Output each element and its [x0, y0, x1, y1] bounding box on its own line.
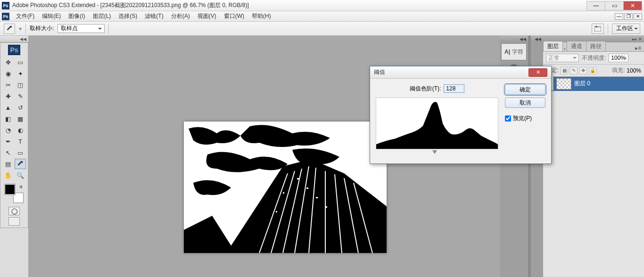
menu-layer[interactable]: 图层(L) [89, 11, 115, 21]
fill-field[interactable]: 100% [627, 67, 641, 74]
swap-colors-icon[interactable]: ⤭ [19, 184, 23, 189]
window-titlebar: Ps Adobe Photoshop CS3 Extended - [2345截… [0, 0, 644, 11]
bridge-icon[interactable] [592, 24, 604, 34]
menu-file[interactable]: 文件(F) [12, 11, 38, 21]
sample-size-dropdown[interactable]: 取样点 [58, 24, 105, 33]
dodge-tool[interactable]: ◐ [15, 125, 26, 135]
opacity-field[interactable]: 100% [609, 54, 628, 62]
ok-button[interactable]: 确定 [505, 84, 545, 95]
cancel-button[interactable]: 取消 [505, 98, 545, 108]
app-name: Adobe Photoshop CS3 Extended [12, 2, 95, 8]
svg-rect-13 [306, 187, 308, 189]
ps-logo: Ps [8, 45, 20, 55]
lock-brush-icon[interactable]: ✎ [570, 67, 578, 74]
blend-mode-dropdown[interactable]: 正常 [546, 54, 579, 62]
dock-collapse-2[interactable]: ◀◀ [531, 36, 543, 42]
threshold-slider[interactable] [376, 150, 498, 158]
slice-tool[interactable]: ◫ [15, 80, 26, 90]
stamp-tool[interactable]: ▲ [2, 102, 14, 113]
gradient-tool[interactable]: ▦ [15, 114, 26, 124]
panel-menu-icon[interactable]: ▸≡ [632, 45, 644, 51]
foreground-color[interactable] [5, 184, 15, 195]
menu-select[interactable]: 选择(S) [115, 11, 141, 21]
options-bar: ▾ 取样大小: 取样点 工作区 [0, 22, 644, 36]
doc-minimize-button[interactable]: ― [615, 13, 623, 20]
blur-tool[interactable]: ◔ [2, 125, 14, 135]
lasso-tool[interactable]: ◉ [2, 68, 14, 79]
preview-checkbox[interactable] [505, 115, 511, 122]
brush-tool[interactable]: ✎ [15, 91, 26, 101]
minimize-button[interactable]: ― [586, 1, 605, 10]
layer-row[interactable]: 👁 图层 0 [543, 77, 644, 91]
dock-character[interactable]: A|字符 [501, 43, 527, 60]
svg-rect-14 [316, 197, 318, 198]
histogram [376, 98, 498, 149]
svg-rect-16 [283, 192, 284, 194]
menu-window[interactable]: 窗口(W) [220, 11, 248, 21]
doc-restore-button[interactable]: ❐ [624, 13, 633, 20]
svg-rect-17 [276, 211, 277, 212]
svg-rect-0 [594, 27, 601, 32]
dock-collapse[interactable]: ◀◀ [500, 36, 528, 42]
pen-tool[interactable]: ✒ [2, 136, 14, 147]
menu-bar: Ps 文件(F) 编辑(E) 图像(I) 图层(L) 选择(S) 滤镜(T) 分… [0, 11, 644, 22]
shape-tool[interactable]: ▭ [15, 147, 26, 158]
app-icon: Ps [2, 2, 9, 9]
document-canvas[interactable] [184, 122, 387, 253]
lock-move-icon[interactable]: ✥ [579, 67, 587, 74]
threshold-level-input[interactable] [444, 84, 464, 93]
svg-rect-15 [325, 206, 327, 208]
marquee-tool[interactable]: ▭ [15, 57, 26, 67]
dialog-close-button[interactable]: ✕ [528, 68, 547, 77]
doc-name: [2345截图20220912103533.png @ 66.7% (图层 0,… [100, 2, 249, 8]
move-tool[interactable]: ✥ [2, 57, 14, 67]
preview-checkbox-row[interactable]: 预览(P) [505, 114, 545, 122]
svg-rect-12 [297, 178, 299, 179]
window-title: Adobe Photoshop CS3 Extended - [2345截图20… [12, 1, 587, 9]
doc-close-button[interactable]: ✕ [634, 13, 642, 20]
lock-all-icon[interactable]: 🔒 [589, 67, 596, 74]
toolbox: Ps ✥▭ ◉✦ ✂◫ ✚✎ ▲↺ ◧▦ ◔◐ ✒T ↖▭ ▤ ✋🔍 ⤭ ◯ [0, 42, 28, 228]
hand-tool[interactable]: ✋ [2, 170, 14, 180]
opacity-label: 不透明度: [582, 54, 606, 62]
notes-tool[interactable]: ▤ [2, 159, 14, 169]
ps-menu-icon[interactable]: Ps [2, 13, 9, 20]
close-button[interactable]: ✕ [623, 1, 642, 10]
threshold-dialog: 阈值 ✕ 阈值色阶(T): 确定 取消 预览(P) [370, 66, 552, 164]
tab-paths[interactable]: 路径 [586, 41, 606, 51]
menu-image[interactable]: 图像(I) [65, 11, 89, 21]
crop-tool[interactable]: ✂ [2, 80, 14, 90]
layer-list: 👁 图层 0 [543, 77, 644, 277]
lock-row: 锁定: ▦ ✎ ✥ 🔒 填充: 100% [543, 65, 644, 77]
sample-size-label: 取样大小: [30, 24, 54, 33]
quickmask-button[interactable]: ◯ [8, 207, 20, 215]
tab-channels[interactable]: 通道 [567, 41, 586, 51]
menu-analysis[interactable]: 分析(A) [167, 11, 194, 21]
menu-view[interactable]: 视图(V) [194, 11, 220, 21]
menu-help[interactable]: 帮助(H) [248, 11, 275, 21]
screenmode-button[interactable] [8, 217, 20, 226]
wand-tool[interactable]: ✦ [15, 68, 26, 79]
layer-name[interactable]: 图层 0 [574, 80, 590, 88]
heal-tool[interactable]: ✚ [2, 91, 14, 101]
history-brush-tool[interactable]: ↺ [15, 102, 26, 113]
maximize-button[interactable]: ▭ [605, 1, 624, 10]
toolbox-column: ◀◀ Ps ✥▭ ◉✦ ✂◫ ✚✎ ▲↺ ◧▦ ◔◐ ✒T ↖▭ ▤ ✋🔍 ⤭ … [0, 36, 28, 277]
menu-edit[interactable]: 编辑(E) [38, 11, 65, 21]
eyedropper-tool[interactable] [15, 159, 26, 169]
eraser-tool[interactable]: ◧ [2, 114, 14, 124]
type-tool[interactable]: T [15, 136, 26, 147]
toolbox-header[interactable]: ◀◀ [0, 36, 28, 42]
dialog-titlebar[interactable]: 阈值 ✕ [370, 66, 551, 79]
current-tool-icon[interactable] [4, 24, 15, 34]
menu-filter[interactable]: 滤镜(T) [141, 11, 167, 21]
workspace-dropdown[interactable]: 工作区 [612, 24, 640, 34]
color-swatches[interactable]: ⤭ [5, 184, 24, 203]
path-tool[interactable]: ↖ [2, 147, 14, 158]
slider-handle-icon[interactable] [432, 150, 437, 156]
tab-layers[interactable]: 图层 [543, 41, 563, 51]
zoom-tool[interactable]: 🔍 [15, 170, 26, 180]
layer-thumbnail[interactable] [556, 78, 571, 90]
lock-pixels-icon[interactable]: ▦ [561, 67, 568, 74]
fill-label: 填充: [612, 66, 625, 74]
